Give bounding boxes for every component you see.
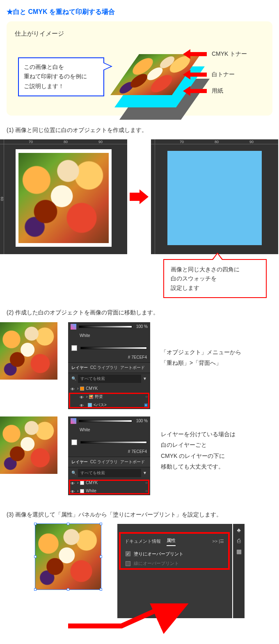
- ruler-left: [151, 139, 155, 254]
- search-input[interactable]: すべてを検索: [78, 469, 141, 477]
- ruler-top: 70 80 90: [151, 139, 278, 144]
- overprint-stroke-label: 線にオーバープリント: [134, 560, 179, 567]
- step2-block-a: 100 % White # 7ECEF4 レイヤー CC ライブラリ アートボー…: [0, 322, 272, 409]
- filter-icon[interactable]: ▼: [143, 375, 147, 382]
- overprint-stroke-row[interactable]: 線にオーバープリント: [125, 559, 224, 569]
- ruler-mark: 60: [0, 197, 5, 201]
- step2-block-b: 100 % White # 7ECEF4 レイヤー CC ライブラリ アートボー…: [0, 416, 272, 495]
- tab-cclib[interactable]: CC ライブラリ: [90, 364, 118, 371]
- overprint-fill-label: 塗りにオーバープリント: [134, 551, 183, 558]
- club-icon[interactable]: ♣: [235, 526, 242, 534]
- ruler-mark: 80: [215, 139, 219, 145]
- hex-value: # 7ECEF4: [128, 448, 147, 455]
- ruler-left: 60: [0, 139, 4, 254]
- layer-row[interactable]: 👁›CMYK: [68, 385, 150, 393]
- search-icon: 🔍: [71, 470, 76, 476]
- big-arrow-icon: [130, 189, 149, 204]
- camera-icon[interactable]: ⎙: [235, 537, 242, 544]
- eye-icon[interactable]: 👁: [71, 386, 75, 391]
- callout-text: 画像と同じ大きさの四角に 白のスウォッチを 設定します: [171, 265, 259, 292]
- layer-name: CMYK: [86, 385, 98, 392]
- arrow-cmyk-icon: [183, 49, 207, 59]
- red-callout: 画像と同じ大きさの四角に 白のスウォッチを 設定します: [163, 259, 267, 298]
- step3-arrow-wrap: [7, 603, 272, 632]
- ruler-mark: 90: [98, 139, 103, 145]
- checkbox-icon[interactable]: [126, 561, 130, 566]
- page-icon[interactable]: ▦: [235, 548, 242, 555]
- tab-layers[interactable]: レイヤー: [71, 364, 88, 371]
- panel-menu-icon[interactable]: >> |☰: [212, 538, 224, 545]
- step2-heading: (2) 作成した白のオブジェクトを画像の背面に移動します。: [7, 308, 272, 317]
- red-highlight-icon: [69, 393, 149, 408]
- white-object-rect: [167, 151, 262, 245]
- stroke-fill-icon: [71, 439, 77, 445]
- hex-value: # 7ECEF4: [128, 354, 147, 361]
- tab-artboard[interactable]: アートボード: [120, 459, 145, 465]
- opacity-value: 100 %: [136, 418, 148, 424]
- color-well-icon: [71, 418, 76, 424]
- layers-panel-a[interactable]: 100 % White # 7ECEF4 レイヤー CC ライブラリ アートボー…: [68, 322, 150, 409]
- step3-heading: (3) 画像を選択して「属性」パネルから「塗りにオーバープリント」を設定します。: [7, 510, 272, 519]
- yellow-heading: 仕上がりイメージ: [15, 29, 264, 39]
- vegetable-thumb: [0, 416, 57, 474]
- finish-image-box: 仕上がりイメージ この画像と白を 重ねて印刷するのを例に ご説明します！ CMY…: [7, 21, 272, 116]
- stroke-fill-icon: [71, 345, 77, 351]
- section-title: ★白と CMYK を重ねて印刷する場合: [7, 7, 272, 17]
- label-white: 白トナー: [212, 70, 235, 79]
- swatch-name: White: [80, 332, 90, 339]
- search-icon: 🔍: [71, 375, 76, 382]
- selected-image[interactable]: [35, 524, 101, 589]
- label-cmyk: CMYK トナー: [212, 49, 247, 58]
- panel-tabs[interactable]: レイヤー CC ライブラリ アートボード: [68, 362, 150, 373]
- artboard-right: 70 80 90: [151, 139, 278, 254]
- filter-icon[interactable]: ▼: [143, 470, 147, 476]
- arrow-white-icon: [183, 70, 207, 80]
- opacity-slider[interactable]: [79, 420, 132, 422]
- label-paper: 用紙: [212, 86, 223, 95]
- step2-text-b: レイヤーを分けている場合は 白のレイヤーごと CMYK のレイヤーの下に 移動し…: [161, 416, 272, 472]
- red-highlight-icon: [69, 480, 149, 494]
- color-well-icon: [71, 324, 76, 330]
- vegetable-thumb: [0, 322, 57, 380]
- artboard-left: 70 80 90 60: [0, 139, 127, 254]
- step1-heading: (1) 画像と同じ位置に白のオブジェクトを作成します。: [7, 125, 272, 134]
- ruler-mark: 90: [249, 139, 254, 145]
- step2-text-a: 「オブジェクト」メニューから 「重ね順」>「背面へ」: [161, 322, 272, 369]
- ruler-top: 70 80 90: [0, 139, 127, 144]
- step1-row: 70 80 90 60 70 80 90: [7, 139, 272, 254]
- overprint-fill-row[interactable]: ✓ 塗りにオーバープリント: [125, 549, 224, 559]
- red-highlight-icon: ドキュメント情報 属性 >> |☰ ✓ 塗りにオーバープリント 線にオーバープリ…: [119, 532, 230, 570]
- tab-layers[interactable]: レイヤー: [71, 459, 88, 465]
- speech-bubble: この画像と白を 重ねて印刷するのを例に ご説明します！: [18, 57, 104, 96]
- tab-attributes[interactable]: 属性: [167, 537, 176, 546]
- color-slider[interactable]: [80, 441, 147, 444]
- swatch-name: White: [80, 427, 90, 433]
- panel-tabs[interactable]: レイヤー CC ライブラリ アートボード: [68, 457, 150, 467]
- curved-arrow-icon: [7, 603, 279, 640]
- color-slider[interactable]: [80, 347, 147, 349]
- vegetable-image: [18, 153, 109, 243]
- search-input[interactable]: すべてを検索: [78, 375, 141, 383]
- checkbox-checked-icon[interactable]: ✓: [126, 551, 130, 556]
- tab-cclib[interactable]: CC ライブラリ: [90, 459, 118, 465]
- ruler-mark: 70: [180, 139, 184, 145]
- opacity-slider[interactable]: [79, 325, 132, 328]
- tab-docinfo[interactable]: ドキュメント情報: [125, 538, 161, 545]
- tab-artboard[interactable]: アートボード: [120, 364, 145, 371]
- ruler-mark: 80: [64, 139, 68, 145]
- arrow-paper-icon: [183, 86, 207, 96]
- opacity-value: 100 %: [136, 323, 148, 330]
- ruler-mark: 70: [29, 139, 33, 145]
- layers-panel-b[interactable]: 100 % White # 7ECEF4 レイヤー CC ライブラリ アートボー…: [68, 416, 150, 495]
